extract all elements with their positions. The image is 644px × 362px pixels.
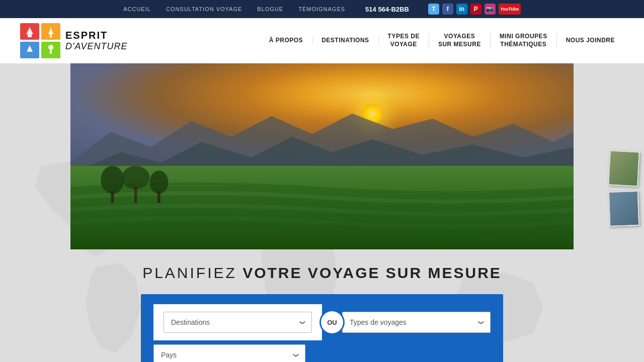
nav-item-mini-groupes[interactable]: MINI GROUPES THÉMATIQUES xyxy=(491,33,557,48)
polaroid-photo-2 xyxy=(608,191,639,227)
plan-section: PLANIFIEZ VOTRE VOYAGE SUR MESURE Destin… xyxy=(0,249,644,362)
pays-dropdown-wrapper: Pays xyxy=(153,344,305,362)
phone-number: 514 564-B2BB xyxy=(365,6,409,13)
hero-trees xyxy=(96,166,171,203)
pinterest-icon[interactable]: P xyxy=(470,4,481,15)
main-nav: À PROPOS DESTINATIONS TYPES DE VOYAGE VO… xyxy=(260,33,624,48)
svg-rect-7 xyxy=(50,34,52,38)
instagram-icon[interactable]: 📷 xyxy=(485,4,496,15)
social-icons: T f in P 📷 YouTube xyxy=(428,4,521,15)
svg-point-11 xyxy=(101,166,124,194)
nav-consultation[interactable]: CONSULTATION VOYAGE xyxy=(166,6,242,12)
hero-image xyxy=(70,63,574,249)
svg-point-13 xyxy=(122,166,150,189)
nav-item-types-voyage[interactable]: TYPES DE VOYAGE xyxy=(379,33,429,48)
svg-rect-5 xyxy=(28,34,32,37)
search-row-1: Destinations OU Types de voyages xyxy=(153,304,491,340)
twitter-icon[interactable]: T xyxy=(428,4,439,15)
top-bar: ACCUEIL CONSULTATION VOYAGE BLOGUE TÉMOI… xyxy=(0,0,644,18)
pays-row: Pays xyxy=(153,344,305,362)
svg-point-15 xyxy=(149,170,168,194)
polaroid-photo-1 xyxy=(608,150,640,187)
logo-icon xyxy=(20,23,60,58)
nav-blogue[interactable]: BLOGUE xyxy=(257,6,283,12)
nav-temoignages[interactable]: TÉMOIGNAGES xyxy=(298,6,345,12)
nav-bar: ESPRIT D'AVENTURE À PROPOS DESTINATIONS … xyxy=(0,18,644,63)
nav-item-voyages-mesure[interactable]: VOYAGES SUR MESURE xyxy=(429,33,491,48)
search-form: Destinations OU Types de voyages Pays xyxy=(141,294,503,362)
svg-rect-10 xyxy=(50,50,52,54)
ou-badge: OU xyxy=(321,311,343,333)
nav-accueil[interactable]: ACCUEIL xyxy=(123,6,151,12)
svg-rect-12 xyxy=(111,191,114,203)
svg-rect-16 xyxy=(157,191,160,203)
hero-image-container xyxy=(70,63,574,249)
facebook-icon[interactable]: f xyxy=(442,4,453,15)
logo[interactable]: ESPRIT D'AVENTURE xyxy=(20,23,127,58)
types-voyages-panel: Types de voyages xyxy=(342,312,491,333)
nav-item-nous-joindre[interactable]: NOUS JOINDRE xyxy=(557,37,624,45)
pays-select[interactable]: Pays xyxy=(153,344,305,362)
destinations-dropdown-wrapper: Destinations xyxy=(164,312,312,333)
nav-item-apropos[interactable]: À PROPOS xyxy=(260,37,312,45)
hero-section xyxy=(0,63,644,249)
nav-item-destinations[interactable]: DESTINATIONS xyxy=(312,37,378,45)
destinations-select[interactable]: Destinations xyxy=(164,312,312,333)
svg-rect-14 xyxy=(134,187,137,203)
side-photos xyxy=(609,151,639,231)
logo-text: ESPRIT D'AVENTURE xyxy=(65,30,127,52)
svg-point-9 xyxy=(48,45,53,50)
destinations-panel: Destinations xyxy=(153,304,322,340)
plan-title: PLANIFIEZ VOTRE VOYAGE SUR MESURE xyxy=(0,264,644,282)
youtube-icon[interactable]: YouTube xyxy=(499,4,521,15)
types-voyages-select[interactable]: Types de voyages xyxy=(342,312,491,333)
linkedin-icon[interactable]: in xyxy=(456,4,467,15)
types-voyages-dropdown-wrapper: Types de voyages xyxy=(342,312,491,333)
